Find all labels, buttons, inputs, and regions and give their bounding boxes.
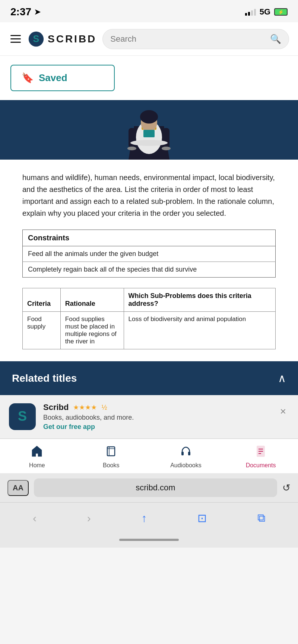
- doc-body-text: humans and wildlife), human needs, envir…: [22, 172, 276, 219]
- browser-bar: AA scribd.com ↺: [0, 473, 298, 502]
- bookmark-icon: 🔖: [22, 72, 34, 84]
- criteria-cell: Food supply: [23, 312, 61, 349]
- subproblems-col-header: Which Sub-Problems does this criteria ad…: [124, 288, 275, 312]
- search-bar[interactable]: 🔍: [102, 29, 289, 49]
- app-info: Scribd ★★★★ ½ Books, audiobooks, and mor…: [43, 403, 270, 431]
- search-input[interactable]: [110, 34, 266, 44]
- documents-nav-label: Documents: [246, 462, 276, 469]
- url-bar[interactable]: scribd.com: [34, 478, 277, 497]
- header: S SCRIBD 🔍: [0, 22, 298, 56]
- constraint-2: Completely regain back all of the specie…: [23, 262, 276, 278]
- forward-button[interactable]: ›: [81, 509, 97, 528]
- svg-point-7: [140, 110, 158, 124]
- status-bar: 2:37 ➤ 5G ⚡: [0, 0, 298, 22]
- svg-rect-18: [181, 452, 184, 455]
- saved-section: 🔖 Saved: [0, 56, 298, 100]
- table-row: Feed all the animals under the given bud…: [23, 246, 276, 262]
- table-row: Food supply Food supplies must be placed…: [23, 312, 276, 349]
- app-description: Books, audiobooks, and more.: [43, 414, 270, 422]
- rationale-cell: Food supplies must be placed in multiple…: [60, 312, 124, 349]
- battery-icon: ⚡: [274, 8, 288, 16]
- documents-icon: [254, 445, 267, 461]
- search-icon[interactable]: 🔍: [270, 34, 281, 44]
- back-button[interactable]: ‹: [27, 509, 42, 528]
- audiobooks-nav-label: Audiobooks: [170, 462, 202, 469]
- app-icon: S: [9, 403, 36, 430]
- signal-bars-icon: [245, 8, 256, 16]
- related-titles-label: Related titles: [12, 372, 77, 384]
- network-type: 5G: [260, 7, 270, 17]
- scribd-logo[interactable]: S SCRIBD: [28, 31, 96, 47]
- app-banner: S Scribd ★★★★ ½ Books, audiobooks, and m…: [0, 395, 298, 439]
- close-button[interactable]: ×: [277, 403, 289, 420]
- svg-text:S: S: [18, 408, 27, 424]
- books-icon: [105, 445, 117, 461]
- location-arrow-icon: ➤: [34, 7, 41, 16]
- app-name: Scribd: [43, 403, 69, 412]
- svg-point-13: [130, 140, 168, 146]
- svg-rect-10: [163, 128, 169, 148]
- svg-rect-15: [107, 447, 115, 456]
- home-nav-label: Home: [29, 462, 45, 469]
- nav-item-documents[interactable]: Documents: [246, 445, 276, 469]
- related-titles-section[interactable]: Related titles ∧: [0, 361, 298, 395]
- bookmarks-button[interactable]: ⊡: [191, 509, 213, 528]
- home-icon: [31, 445, 43, 461]
- chevron-up-icon: ∧: [278, 372, 286, 385]
- svg-point-11: [127, 147, 136, 150]
- share-button[interactable]: ↑: [135, 509, 153, 528]
- saved-label: Saved: [39, 72, 67, 84]
- hamburger-menu-button[interactable]: [9, 33, 22, 44]
- time-display: 2:37: [10, 6, 31, 18]
- criteria-table: Criteria Rationale Which Sub-Problems do…: [22, 288, 276, 349]
- nav-item-audiobooks[interactable]: Audiobooks: [170, 445, 202, 469]
- app-title-row: Scribd ★★★★ ½: [43, 403, 270, 412]
- hero-banner: [0, 100, 298, 160]
- nav-item-books[interactable]: Books: [96, 445, 126, 469]
- scribd-logo-icon: S: [28, 31, 44, 47]
- scribd-logo-text: SCRIBD: [48, 33, 96, 45]
- saved-button[interactable]: 🔖 Saved: [10, 65, 115, 91]
- home-indicator: [0, 535, 298, 548]
- criteria-col-header: Criteria: [23, 288, 61, 312]
- bottom-nav: Home Books Audiobooks: [0, 439, 298, 473]
- status-right: 5G ⚡: [245, 7, 288, 17]
- svg-text:S: S: [33, 33, 39, 44]
- rating-half-star: ½: [101, 404, 107, 411]
- status-time: 2:37 ➤: [10, 6, 41, 18]
- books-nav-label: Books: [103, 462, 119, 469]
- app-cta-link[interactable]: Get our free app: [43, 423, 270, 431]
- rating-stars: ★★★★: [73, 403, 97, 411]
- headphones-icon: [180, 445, 192, 461]
- constraints-header: Constraints: [23, 230, 276, 246]
- home-bar: [119, 539, 179, 541]
- tabs-button[interactable]: ⧉: [251, 509, 271, 528]
- aa-button[interactable]: AA: [7, 480, 29, 496]
- subproblems-cell: Loss of biodiversity and animal populati…: [124, 312, 275, 349]
- reload-button[interactable]: ↺: [282, 482, 291, 494]
- constraint-1: Feed all the animals under the given bud…: [23, 246, 276, 262]
- browser-nav: ‹ › ↑ ⊡ ⧉: [0, 502, 298, 535]
- nav-item-home[interactable]: Home: [22, 445, 52, 469]
- scribd-app-icon: S: [13, 408, 31, 426]
- rationale-col-header: Rationale: [60, 288, 124, 312]
- hero-illustration: [112, 104, 186, 160]
- svg-rect-8: [143, 130, 155, 137]
- constraints-table: Constraints Feed all the animals under t…: [22, 230, 276, 278]
- table-row: Completely regain back all of the specie…: [23, 262, 276, 278]
- doc-content: humans and wildlife), human needs, envir…: [0, 160, 298, 361]
- svg-rect-19: [188, 452, 190, 455]
- svg-rect-9: [129, 128, 135, 148]
- svg-point-12: [162, 147, 171, 150]
